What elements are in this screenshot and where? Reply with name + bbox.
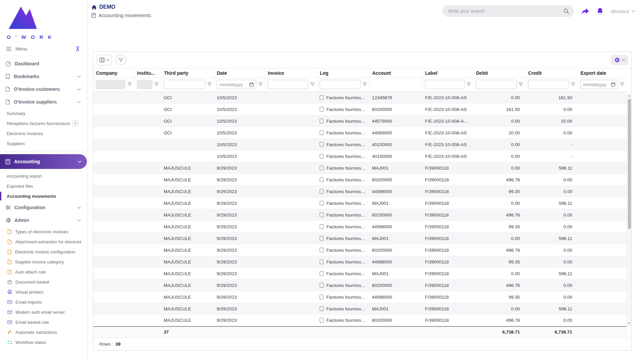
sidebar-item-virtual-printers[interactable]: Virtual printers — [0, 287, 87, 297]
scroll-up-arrow[interactable]: ▲ — [627, 94, 632, 98]
table-row[interactable]: MAJUSCULE 9/29/2023 Factures fournisseur… — [93, 186, 627, 197]
cell-date: 9/29/2023 — [214, 256, 265, 268]
sidebar-item-configuration[interactable]: Configuration — [0, 201, 87, 214]
funnel-icon[interactable] — [127, 82, 132, 86]
username: dinvoice — [611, 8, 629, 14]
col-header-label[interactable]: Label — [422, 68, 473, 78]
sidebar-item-dashboard[interactable]: Dashboard — [0, 57, 87, 70]
sidebar-item-modern-auth-email-server[interactable]: Modern auth email server — [0, 307, 87, 317]
funnel-icon[interactable] — [363, 82, 367, 86]
col-header-company[interactable]: Company — [93, 68, 134, 78]
col-header-account[interactable]: Account — [369, 68, 422, 78]
cell-label: F/39000118 — [422, 174, 473, 186]
funnel-icon — [118, 58, 123, 62]
col-header-date[interactable]: Date — [214, 68, 265, 78]
table-row[interactable]: MAJUSCULE 9/29/2023 Factures fournisseur… — [93, 162, 627, 174]
pin-sidebar-icon[interactable] — [75, 46, 80, 51]
sidebar-item-electronic-invoice-configuration[interactable]: Electronic invoice configuration — [0, 247, 87, 257]
filter-log-input[interactable] — [320, 80, 361, 89]
scrollbar-thumb[interactable] — [628, 99, 631, 229]
calendar-icon[interactable] — [611, 82, 615, 87]
sidebar-item-document-basket[interactable]: Document basket — [0, 277, 87, 287]
sidebar-item-accounting-movements[interactable]: Accounting movements — [0, 191, 87, 201]
notifications-button[interactable] — [597, 7, 603, 15]
funnel-icon[interactable] — [467, 82, 471, 86]
filter-toggle-button[interactable] — [115, 55, 126, 65]
table-row[interactable]: OCI 10/5/2023 Factures fournisseurs 4456… — [93, 127, 627, 139]
scroll-down-arrow[interactable]: ▼ — [627, 321, 632, 326]
cell-log: Factures fournisseurs — [317, 315, 369, 326]
col-header-institution[interactable]: Institu... — [134, 68, 161, 78]
table-row[interactable]: MAJUSCULE 9/29/2023 Factures fournisseur… — [93, 209, 627, 221]
col-header-invoice[interactable]: Invoice — [265, 68, 317, 78]
cell-account: 44566000 — [369, 186, 422, 197]
table-row[interactable]: 10/5/2023 Factures fournisseurs 40100000… — [93, 139, 627, 150]
filter-label-input[interactable] — [425, 80, 465, 89]
table-row[interactable]: MAJUSCULE 9/29/2023 Factures fournisseur… — [93, 280, 627, 291]
cell-credit: 0.00 — [525, 291, 578, 303]
rows-label: Rows : — [99, 342, 113, 347]
sidebar-item-attachment-extraction[interactable]: Attachment extraction for electroni — [0, 237, 87, 247]
sidebar-item-summary[interactable]: Summary — [0, 108, 87, 118]
sidebar-item-automatic-extractions[interactable]: Automatic extractions — [0, 327, 87, 337]
sidebar-item-email-basket-rule[interactable]: Email basket rule — [0, 317, 87, 327]
table-row[interactable]: MAJUSCULE 9/29/2023 Factures fournisseur… — [93, 233, 627, 244]
funnel-icon[interactable] — [154, 82, 159, 86]
sidebar-item-suppliers[interactable]: Suppliers — [0, 138, 87, 148]
filter-debit-input[interactable] — [476, 80, 517, 89]
funnel-icon[interactable] — [620, 82, 624, 86]
table-row[interactable]: OCI 10/5/2023 Factures fournisseurs 1234… — [93, 92, 627, 104]
table-row[interactable]: OCI 10/5/2023 Factures fournisseurs 6020… — [93, 104, 627, 115]
table-row[interactable]: MAJUSCULE 9/29/2023 Factures fournisseur… — [93, 174, 627, 186]
col-header-debit[interactable]: Debit — [473, 68, 525, 78]
search-input[interactable] — [443, 8, 574, 14]
share-button[interactable] — [581, 7, 589, 15]
filter-third-party-input[interactable] — [164, 80, 205, 89]
sidebar-item-auto-attach-rule[interactable]: Auto attach rule — [0, 267, 87, 277]
table-row[interactable]: MAJUSCULE 9/29/2023 Factures fournisseur… — [93, 244, 627, 256]
user-menu[interactable]: dinvoice — [611, 8, 635, 14]
sidebar-item-receptions-factures[interactable]: Réceptions factures fournisseurs 0 — [0, 118, 87, 128]
sidebar-item-workflow-status[interactable]: Workflow status — [0, 337, 87, 347]
col-header-log[interactable]: Log — [317, 68, 369, 78]
vertical-scrollbar[interactable]: ▲ ▼ — [627, 94, 632, 326]
table-row[interactable]: MAJUSCULE 9/29/2023 Factures fournisseur… — [93, 197, 627, 209]
col-header-export-date[interactable]: Export date — [578, 68, 627, 78]
search-icon[interactable] — [564, 8, 569, 14]
sidebar-item-oinvoice-customers[interactable]: O'Invoice customers — [0, 83, 87, 96]
table-row[interactable]: 10/5/2023 Factures fournisseurs 40100000… — [93, 150, 627, 162]
funnel-icon[interactable] — [258, 82, 263, 86]
funnel-icon[interactable] — [519, 82, 523, 86]
funnel-icon[interactable] — [571, 82, 575, 86]
table-row[interactable]: MAJUSCULE 9/29/2023 Factures fournisseur… — [93, 221, 627, 233]
sidebar-item-email-imports[interactable]: Email imports — [0, 297, 87, 307]
col-header-credit[interactable]: Credit — [525, 68, 578, 78]
sidebar-item-bookmarks[interactable]: Bookmarks — [0, 70, 87, 83]
filter-credit-input[interactable] — [528, 80, 569, 89]
sidebar-item-exported-files[interactable]: Exported files — [0, 181, 87, 191]
grid-settings-button[interactable] — [611, 55, 628, 65]
table-row[interactable]: MAJUSCULE 9/29/2023 Factures fournisseur… — [93, 291, 627, 303]
col-header-third-party[interactable]: Third party — [161, 68, 214, 78]
app-root: O ' W O R K Menu Dashboard Bookmarks O'I… — [0, 0, 644, 362]
funnel-icon[interactable] — [310, 82, 315, 86]
table-row[interactable]: MAJUSCULE 9/29/2023 Factures fournisseur… — [93, 268, 627, 280]
sidebar-item-oinvoice-suppliers[interactable]: O'Invoice suppliers — [0, 96, 87, 108]
sidebar-item-accounting-export[interactable]: Accounting export — [0, 171, 87, 181]
column-chooser-button[interactable] — [97, 55, 112, 65]
sidebar-item-types-electronic-invoices[interactable]: Types of electronic invoices — [0, 227, 87, 237]
hamburger-icon[interactable] — [6, 47, 11, 51]
table-row[interactable]: MAJUSCULE 9/29/2023 Factures fournisseur… — [93, 315, 627, 326]
funnel-icon[interactable] — [207, 82, 212, 86]
sidebar-item-supplier-invoice-category[interactable]: Supplier invoice category — [0, 257, 87, 267]
filter-invoice-input[interactable] — [268, 80, 308, 89]
sidebar-item-electronic-invoices[interactable]: Electronic Invoices — [0, 128, 87, 138]
table-row[interactable]: MAJUSCULE 9/29/2023 Factures fournisseur… — [93, 303, 627, 315]
brand-logo[interactable]: O ' W O R K — [0, 0, 87, 42]
sidebar-item-admin[interactable]: Admin — [0, 214, 87, 227]
sidebar-item-accounting[interactable]: Accounting — [0, 154, 87, 169]
calendar-icon[interactable] — [249, 82, 254, 87]
table-row[interactable]: MAJUSCULE 9/29/2023 Factures fournisseur… — [93, 256, 627, 268]
journal-icon — [320, 259, 324, 264]
table-row[interactable]: OCI 10/5/2023 Factures fournisseurs 4457… — [93, 115, 627, 127]
